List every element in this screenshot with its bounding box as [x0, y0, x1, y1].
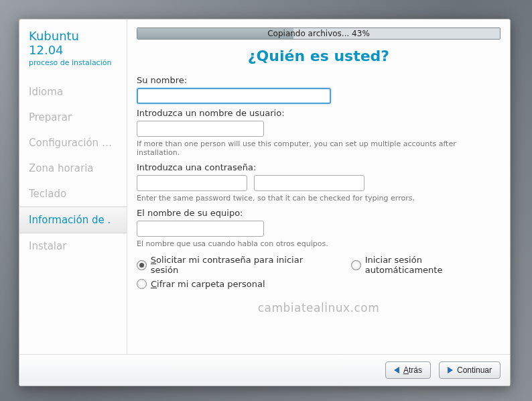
brand-subtitle: proceso de instalación	[19, 58, 127, 79]
sidebar-item-configuracion[interactable]: Configuración d...	[19, 130, 127, 156]
check-encrypt-home[interactable]: Cifrar mi carpeta personal	[137, 279, 265, 289]
encrypt-row: Cifrar mi carpeta personal	[137, 279, 501, 289]
radio-auto-login-label: Iniciar sesión automáticamente	[365, 255, 501, 275]
arrow-right-icon	[448, 367, 453, 374]
password-input[interactable]	[137, 175, 247, 191]
name-label: Su nombre:	[137, 75, 501, 85]
progress-area: Copiando archivos... 43%	[127, 19, 510, 40]
radio-icon	[137, 260, 147, 270]
sidebar-item-teclado[interactable]: Teclado	[19, 181, 127, 207]
sidebar-item-preparar[interactable]: Preparar	[19, 105, 127, 130]
main-panel: Copiando archivos... 43% ¿Quién es usted…	[127, 19, 510, 354]
progress-text: Copiando archivos... 43%	[137, 28, 500, 39]
login-options-row: Solicitar mi contraseña para iniciar ses…	[137, 255, 501, 275]
check-encrypt-label: Cifrar mi carpeta personal	[151, 279, 265, 289]
progress-bar: Copiando archivos... 43%	[137, 27, 501, 40]
sidebar-item-informacion[interactable]: Información de .	[19, 207, 127, 233]
hostname-input[interactable]	[137, 221, 264, 237]
sidebar: Kubuntu 12.04 proceso de instalación Idi…	[19, 19, 127, 354]
continue-button[interactable]: Continuar	[439, 361, 501, 379]
sidebar-item-instalar[interactable]: Instalar	[19, 233, 127, 259]
user-form: Su nombre: Introduzca un nombre de usuar…	[127, 71, 510, 354]
arrow-left-icon	[394, 367, 399, 374]
password-confirm-input[interactable]	[254, 175, 364, 191]
sidebar-item-idioma[interactable]: Idioma	[19, 79, 127, 105]
hostname-label: El nombre de su equipo:	[137, 208, 501, 218]
username-hint: If more than one person will use this co…	[137, 139, 501, 157]
radio-require-password-label: Solicitar mi contraseña para iniciar ses…	[151, 255, 331, 275]
password-row	[137, 175, 501, 191]
radio-icon	[351, 260, 361, 270]
username-input[interactable]	[137, 121, 264, 137]
password-label: Introduzca una contraseña:	[137, 162, 501, 172]
back-button-label: Atrás	[403, 365, 422, 375]
radio-require-password[interactable]: Solicitar mi contraseña para iniciar ses…	[137, 255, 331, 275]
page-title: ¿Quién es usted?	[127, 40, 510, 71]
continue-button-label: Continuar	[457, 365, 492, 375]
body: Kubuntu 12.04 proceso de instalación Idi…	[19, 19, 510, 354]
hostname-hint: El nombre que usa cuando habla con otros…	[137, 239, 501, 248]
radio-auto-login[interactable]: Iniciar sesión automáticamente	[351, 255, 501, 275]
back-button[interactable]: Atrás	[385, 361, 431, 379]
name-input[interactable]	[137, 88, 331, 104]
radio-icon	[137, 279, 147, 289]
installer-window: Kubuntu 12.04 proceso de instalación Idi…	[19, 19, 511, 386]
sidebar-item-zona-horaria[interactable]: Zona horaria	[19, 156, 127, 181]
footer: Atrás Continuar	[19, 354, 510, 386]
username-label: Introduzca un nombre de usuario:	[137, 108, 501, 118]
password-hint: Enter the same password twice, so that i…	[137, 194, 501, 203]
brand-title: Kubuntu 12.04	[19, 29, 127, 58]
